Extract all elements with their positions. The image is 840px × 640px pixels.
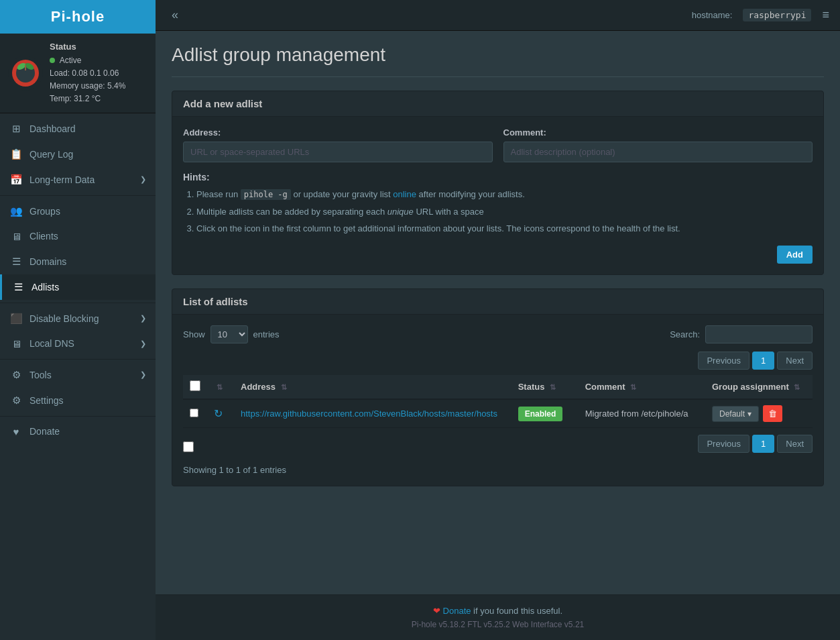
col-group-header: Group assignment ⇅	[705, 375, 813, 399]
address-input[interactable]	[183, 142, 493, 162]
col-address-header: Address ⇅	[234, 375, 512, 399]
search-input[interactable]	[705, 325, 813, 343]
adlist-table-card-header: List of adlists	[172, 289, 823, 315]
query-log-icon: 📋	[9, 148, 23, 160]
show-entries: Show 10 25 50 100 entries	[183, 325, 280, 343]
hostname-label: hostname:	[692, 10, 733, 20]
row-status-cell: Enabled	[512, 399, 579, 428]
table-body: ↻ https://raw.githubusercontent.com/Stev…	[183, 399, 813, 428]
clients-icon: 🖥	[9, 231, 23, 242]
toggle-sidebar-button[interactable]: «	[166, 5, 184, 25]
hint-1: Please run pihole -g or update your grav…	[196, 186, 813, 203]
adlist-address-link[interactable]: https://raw.githubusercontent.com/Steven…	[241, 409, 497, 419]
active-dot	[50, 58, 55, 63]
sort-icon: ⇅	[217, 383, 223, 391]
sidebar-item-dashboard[interactable]: ⊞ Dashboard	[0, 116, 156, 142]
pagination-bottom: Previous 1 Next	[698, 435, 813, 453]
status-label: Status	[50, 40, 125, 54]
nav-divider	[0, 195, 156, 196]
status-info: Status Active Load: 0.08 0.1 0.06 Memory…	[50, 40, 125, 106]
pagination-top: Previous 1 Next	[183, 352, 813, 370]
adlists-icon: ☰	[11, 281, 25, 293]
footer: ❤ Donate if you found this useful. Pi-ho…	[156, 594, 840, 640]
chevron-down-icon: ▾	[747, 409, 752, 419]
sidebar-item-donate[interactable]: ♥ Donate	[0, 419, 156, 444]
show-entries-select[interactable]: 10 25 50 100	[211, 325, 248, 343]
app-title: Pi-hole	[51, 8, 105, 25]
enabled-badge: Enabled	[518, 407, 563, 421]
page-title: Adlist group management	[172, 44, 824, 66]
sidebar-item-groups[interactable]: 👥 Groups	[0, 199, 156, 224]
footer-versions: Pi-hole v5.18.2 FTL v5.25.2 Web Interfac…	[166, 620, 829, 629]
sidebar-item-long-term-data[interactable]: 📅 Long-term Data ❯	[0, 167, 156, 193]
col-status-header: Status ⇅	[512, 375, 579, 399]
sidebar-item-label: Adlists	[32, 282, 146, 292]
chevron-right-icon: ❯	[140, 339, 146, 348]
nav-menu: ⊞ Dashboard 📋 Query Log 📅 Long-term Data…	[0, 113, 156, 640]
sidebar-item-label: Dashboard	[29, 123, 146, 134]
adlist-table-card-body: Show 10 25 50 100 entries Search:	[172, 315, 823, 486]
status-active: Active	[50, 54, 125, 67]
search-control: Search:	[670, 325, 813, 343]
col-actions-header: ⇅	[207, 375, 234, 399]
sidebar-item-query-log[interactable]: 📋 Query Log	[0, 142, 156, 167]
sidebar-item-label: Query Log	[29, 149, 146, 160]
page-1-button-bottom[interactable]: 1	[752, 435, 774, 453]
add-adlist-card: Add a new adlist Address: Comment:	[172, 91, 824, 275]
sidebar-item-tools[interactable]: ⚙ Tools ❯	[0, 362, 156, 388]
sidebar-item-settings[interactable]: ⚙ Settings	[0, 388, 156, 413]
page-divider	[172, 76, 824, 77]
hint1-pre: Please run	[196, 189, 241, 199]
topbar: « hostname: raspberrypi ≡	[156, 0, 840, 31]
col-comment-header: Comment ⇅	[579, 375, 705, 399]
row-group-cell: Default ▾ 🗑	[705, 399, 813, 428]
next-button-bottom[interactable]: Next	[777, 435, 813, 453]
address-comment-row: Address: Comment:	[183, 127, 813, 162]
sidebar-item-local-dns[interactable]: 🖥 Local DNS ❯	[0, 331, 156, 356]
hints-section: Hints: Please run pihole -g or update yo…	[183, 172, 813, 236]
sidebar-item-disable-blocking[interactable]: ⬛ Disable Blocking ❯	[0, 306, 156, 331]
row-address-cell: https://raw.githubusercontent.com/Steven…	[234, 399, 512, 428]
address-label: Address:	[183, 127, 493, 138]
delete-button[interactable]: 🗑	[763, 405, 782, 422]
next-button-top[interactable]: Next	[777, 352, 813, 370]
local-dns-icon: 🖥	[9, 338, 23, 350]
hint1-link[interactable]: online	[393, 189, 416, 199]
sidebar: Pi-hole Status Acti	[0, 0, 156, 640]
pagination-bottom-wrapper: Previous 1 Next Showing 1 to 1 of 1 entr…	[183, 435, 813, 475]
select-all-checkbox[interactable]	[190, 380, 200, 391]
comment-input[interactable]	[503, 142, 813, 162]
topbar-right: hostname: raspberrypi ≡	[692, 8, 829, 22]
bottom-row: Previous 1 Next	[183, 435, 813, 458]
row-checkbox[interactable]	[190, 409, 198, 417]
hint1-code: pihole -g	[241, 189, 291, 200]
footer-donate-link[interactable]: Donate	[443, 606, 471, 616]
hints-list: Please run pihole -g or update your grav…	[183, 186, 813, 236]
show-label: Show	[183, 329, 205, 339]
long-term-icon: 📅	[9, 174, 23, 186]
status-panel: Status Active Load: 0.08 0.1 0.06 Memory…	[0, 34, 156, 113]
hint-3: Click on the icon in the first column to…	[196, 221, 813, 236]
chevron-right-icon: ❯	[140, 175, 146, 184]
group-dropdown-button[interactable]: Default ▾	[712, 406, 759, 422]
add-button[interactable]: Add	[777, 246, 813, 264]
previous-button-top[interactable]: Previous	[698, 352, 749, 370]
hostname-value: raspberrypi	[743, 9, 811, 21]
main-content: « hostname: raspberrypi ≡ Adlist group m…	[156, 0, 840, 640]
refresh-icon[interactable]: ↻	[214, 408, 223, 419]
donate-icon: ♥	[9, 426, 23, 437]
nav-divider	[0, 416, 156, 417]
previous-button-bottom[interactable]: Previous	[698, 435, 749, 453]
comment-label: Comment:	[503, 127, 813, 138]
sidebar-item-domains[interactable]: ☰ Domains	[0, 249, 156, 274]
address-form-group: Address:	[183, 127, 493, 162]
sidebar-item-label: Donate	[29, 426, 146, 437]
adlist-table-card: List of adlists Show 10 25 50 100	[172, 288, 824, 486]
page-1-button-top[interactable]: 1	[752, 352, 774, 370]
menu-dots-icon[interactable]: ≡	[822, 8, 829, 22]
status-temp: Temp: 31.2 °C	[50, 93, 125, 105]
page-body: Adlist group management Add a new adlist…	[156, 31, 840, 594]
sidebar-item-clients[interactable]: 🖥 Clients	[0, 224, 156, 249]
select-all-bottom-checkbox[interactable]	[183, 441, 194, 452]
sidebar-item-adlists[interactable]: ☰ Adlists	[0, 274, 156, 300]
